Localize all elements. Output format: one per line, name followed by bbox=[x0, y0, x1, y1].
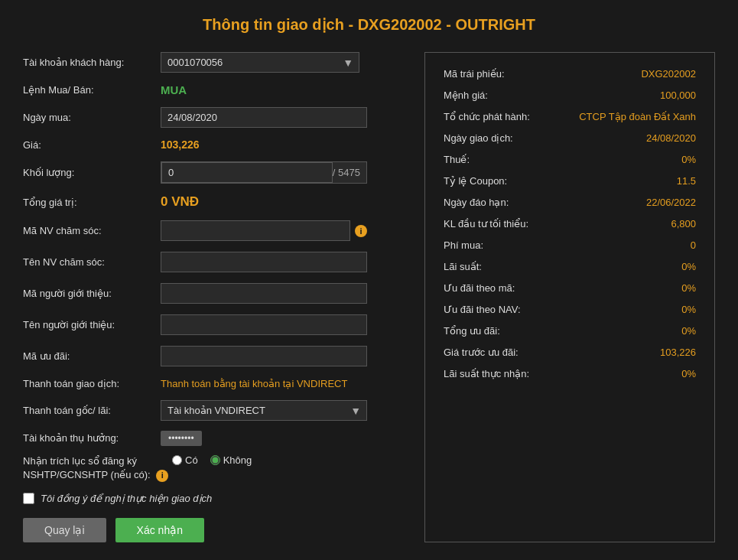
buy-date-label: Ngày mua: bbox=[23, 112, 161, 123]
price-before-label: Giá trước ưu đãi: bbox=[444, 347, 519, 358]
min-invest-label: KL đầu tư tối thiểu: bbox=[444, 218, 528, 230]
actual-interest-label: Lãi suất thực nhận: bbox=[444, 368, 529, 379]
total-display: 0 VNĐ bbox=[161, 194, 199, 209]
button-row: Quay lại Xác nhận bbox=[23, 518, 409, 542]
maturity-value: 22/06/2022 bbox=[646, 197, 696, 208]
promo-value bbox=[161, 346, 409, 366]
total-label: Tổng giá trị: bbox=[23, 197, 161, 208]
care-name-value bbox=[161, 252, 409, 272]
bond-code-value: DXG202002 bbox=[641, 68, 696, 80]
actual-interest-value: 0% bbox=[681, 368, 696, 379]
interest-label: Lãi suất: bbox=[444, 261, 482, 272]
issuer-row: Tổ chức phát hành: CTCP Tập đoàn Đất Xan… bbox=[444, 111, 696, 122]
care-name-input[interactable] bbox=[161, 252, 367, 272]
radio-khong[interactable]: Không bbox=[210, 454, 252, 466]
notice-label: Nhận trích lục sổ đăng ký NSHTP/GCNSHTP … bbox=[23, 454, 172, 482]
beneficiary-value: •••••••• bbox=[161, 431, 409, 444]
ref-code-row: Mã người giới thiệu: bbox=[23, 283, 409, 304]
beneficiary-row: Tài khoản thụ hưởng: •••••••• bbox=[23, 431, 409, 444]
ref-name-value bbox=[161, 314, 409, 335]
face-value-label: Mệnh giá: bbox=[444, 90, 488, 101]
promo-code-label: Ưu đãi theo mã: bbox=[444, 282, 515, 294]
trade-date-value: 24/08/2020 bbox=[646, 132, 696, 144]
tax-value: 0% bbox=[681, 154, 696, 165]
price-value: 103,226 bbox=[161, 138, 409, 151]
back-button[interactable]: Quay lại bbox=[23, 518, 106, 542]
radio-khong-input[interactable] bbox=[210, 455, 220, 465]
price-before-row: Giá trước ưu đãi: 103,226 bbox=[444, 347, 696, 358]
issuer-label: Tổ chức phát hành: bbox=[444, 111, 530, 122]
total-promo-label: Tổng ưu đãi: bbox=[444, 325, 500, 337]
radio-co[interactable]: Có bbox=[172, 454, 198, 466]
interest-row: Lãi suất: 0% bbox=[444, 261, 696, 272]
order-value: MUA bbox=[161, 83, 409, 96]
promo-nav-row: Ưu đãi theo NAV: 0% bbox=[444, 304, 696, 315]
order-direction: MUA bbox=[161, 83, 187, 96]
payment-account-select[interactable]: Tài khoản VNDIRECT bbox=[161, 400, 367, 421]
care-code-label: Mã NV chăm sóc: bbox=[23, 225, 161, 236]
care-name-label: Tên NV chăm sóc: bbox=[23, 256, 161, 268]
promo-code-value: 0% bbox=[681, 282, 696, 294]
price-row: Giá: 103,226 bbox=[23, 138, 409, 151]
agree-checkbox[interactable] bbox=[23, 493, 34, 504]
min-invest-row: KL đầu tư tối thiểu: 6,800 bbox=[444, 218, 696, 230]
payment-account-row: Thanh toán gốc/ lãi: Tài khoản VNDIRECT … bbox=[23, 400, 409, 421]
price-label: Giá: bbox=[23, 139, 161, 151]
maturity-label: Ngày đáo hạn: bbox=[444, 197, 509, 208]
face-value-value: 100,000 bbox=[660, 90, 696, 101]
coupon-label: Tỷ lệ Coupon: bbox=[444, 175, 507, 187]
quantity-label: Khối lượng: bbox=[23, 167, 161, 178]
bond-code-row: Mã trái phiếu: DXG202002 bbox=[444, 68, 696, 80]
buy-date-input[interactable] bbox=[161, 107, 367, 128]
quantity-value: / 5475 bbox=[161, 161, 409, 184]
payment-account-label: Thanh toán gốc/ lãi: bbox=[23, 405, 161, 416]
agree-label: Tôi đồng ý để nghị thực hiện giao dịch bbox=[41, 493, 212, 504]
confirm-button[interactable]: Xác nhận bbox=[115, 518, 204, 542]
coupon-value: 11.5 bbox=[677, 175, 696, 187]
payment-method-label: Thanh toán giao dịch: bbox=[23, 378, 161, 389]
ref-name-label: Tên người giới thiệu: bbox=[23, 319, 161, 330]
quantity-input-wrap: / 5475 bbox=[161, 161, 367, 184]
checkbox-row: Tôi đồng ý để nghị thực hiện giao dịch bbox=[23, 493, 409, 504]
ref-name-input[interactable] bbox=[161, 314, 367, 335]
info-icon-care[interactable]: i bbox=[355, 225, 367, 237]
main-container: Thông tin giao dịch - DXG202002 - OUTRIG… bbox=[0, 0, 738, 560]
promo-code-row: Ưu đãi theo mã: 0% bbox=[444, 282, 696, 294]
total-row: Tổng giá trị: 0 VNĐ bbox=[23, 194, 409, 210]
care-code-input[interactable] bbox=[161, 220, 350, 241]
total-value: 0 VNĐ bbox=[161, 194, 409, 210]
info-icon-notice[interactable]: i bbox=[156, 470, 168, 482]
payment-method-value: Thanh toán bằng tài khoản tại VNDIRECT bbox=[161, 377, 409, 389]
actual-interest-row: Lãi suất thực nhận: 0% bbox=[444, 368, 696, 379]
promo-nav-label: Ưu đãi theo NAV: bbox=[444, 304, 521, 315]
maturity-row: Ngày đáo hạn: 22/06/2022 bbox=[444, 197, 696, 208]
ref-code-input[interactable] bbox=[161, 283, 367, 304]
page-title: Thông tin giao dịch - DXG202002 - OUTRIG… bbox=[23, 15, 715, 34]
promo-nav-value: 0% bbox=[681, 304, 696, 315]
interest-value: 0% bbox=[681, 261, 696, 272]
order-row: Lệnh Mua/ Bán: MUA bbox=[23, 83, 409, 96]
account-value: 0001070056 ▼ bbox=[161, 52, 409, 73]
payment-method-text: Thanh toán bằng tài khoản tại VNDIRECT bbox=[161, 378, 347, 389]
promo-label: Mã ưu đãi: bbox=[23, 350, 161, 362]
trade-date-label: Ngày giao dịch: bbox=[444, 132, 513, 144]
beneficiary-label: Tài khoản thụ hưởng: bbox=[23, 432, 161, 444]
trade-date-row: Ngày giao dịch: 24/08/2020 bbox=[444, 132, 696, 144]
radio-co-input[interactable] bbox=[172, 455, 182, 465]
notice-row: Nhận trích lục sổ đăng ký NSHTP/GCNSHTP … bbox=[23, 454, 409, 482]
account-label: Tài khoản khách hàng: bbox=[23, 57, 161, 68]
promo-row: Mã ưu đãi: bbox=[23, 346, 409, 366]
account-dropdown[interactable]: 0001070056 ▼ bbox=[161, 52, 359, 73]
ref-code-label: Mã người giới thiệu: bbox=[23, 288, 161, 299]
buy-date-row: Ngày mua: bbox=[23, 107, 409, 128]
promo-input[interactable] bbox=[161, 346, 367, 366]
care-code-input-wrap: i bbox=[161, 220, 367, 241]
quantity-input[interactable] bbox=[161, 162, 333, 183]
buy-fee-label: Phí mua: bbox=[444, 239, 483, 251]
account-select[interactable]: 0001070056 bbox=[161, 52, 359, 73]
min-invest-value: 6,800 bbox=[671, 218, 696, 230]
payment-method-row: Thanh toán giao dịch: Thanh toán bằng tà… bbox=[23, 377, 409, 389]
total-promo-row: Tổng ưu đãi: 0% bbox=[444, 325, 696, 337]
care-name-row: Tên NV chăm sóc: bbox=[23, 252, 409, 272]
payment-account-dropdown[interactable]: Tài khoản VNDIRECT ▼ bbox=[161, 400, 367, 421]
